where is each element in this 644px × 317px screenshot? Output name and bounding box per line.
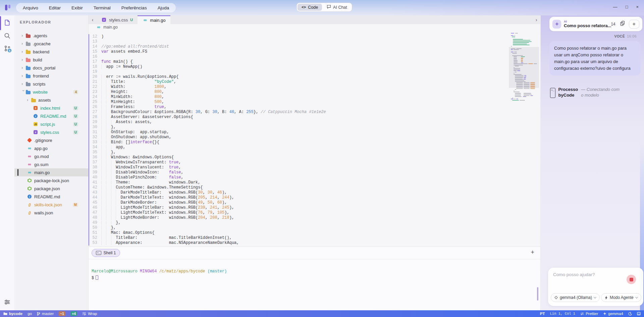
explorer-item-readme.md[interactable]: iREADME.mdU	[14, 112, 88, 120]
code-line[interactable]: 36 Windows: &windows.Options{	[89, 155, 540, 160]
explorer-icon[interactable]	[4, 19, 11, 26]
code-line[interactable]: 28 AssetServer: &assetserver.Options{	[89, 115, 540, 120]
explorer-item-app.go[interactable]: ∞app.go	[14, 144, 88, 152]
explorer-item-index.html[interactable]: 5index.htmlU	[14, 104, 88, 112]
close-button[interactable]: ×	[636, 4, 639, 10]
code-line[interactable]: 45 DarkModeBorder: windows.RGB(49, 50, 6…	[89, 200, 540, 205]
code-editor[interactable]: 12)1314//go:embed all:frontend/dist15var…	[89, 30, 540, 247]
code-line[interactable]: 12)	[89, 34, 540, 39]
tab-main-go[interactable]: ∞main.go	[138, 15, 170, 24]
explorer-item-main.go[interactable]: ∞main.go	[14, 168, 88, 176]
stop-generation-button[interactable]	[627, 275, 636, 284]
status-badge[interactable]: +4	[70, 311, 77, 316]
chat-input-card[interactable]: Como posso ajudar? gemma4 (Ollama) Modo …	[548, 268, 643, 306]
code-line[interactable]: 18 app := NewApp()	[89, 64, 540, 69]
explorer-item-.gocache[interactable]: ›.gocache	[14, 40, 88, 48]
status-item-moon[interactable]	[628, 312, 632, 316]
status-item-bycode[interactable]: bycode	[3, 312, 22, 316]
tab-styles-css[interactable]: #styles.cssU	[97, 15, 138, 24]
code-line[interactable]: 23 Height: 800,	[89, 90, 540, 95]
code-line[interactable]: 43 DarkModeTitleBar: windows.RGB(30, 30,…	[89, 190, 540, 195]
code-line[interactable]: 37 WebviewIsTransparent: true,	[89, 160, 540, 165]
code-line[interactable]: 30 },	[89, 125, 540, 130]
code-line[interactable]: 46 LightModeTitleBar: windows.RGB(239, 2…	[89, 205, 540, 210]
code-line[interactable]: 50 },	[89, 225, 540, 230]
settings-sliders-icon[interactable]	[4, 299, 11, 306]
status-item-lin-1-col-1[interactable]: Lin 1, Col 1	[550, 312, 576, 316]
code-line[interactable]: 21 Title: "byCode",	[89, 80, 540, 85]
explorer-item-website[interactable]: ›website4	[14, 88, 88, 96]
menu-item-arquivo[interactable]: Arquivo	[23, 5, 38, 10]
terminal-tab-shell1[interactable]: >_ Shell 1	[92, 249, 120, 257]
new-terminal-button[interactable]: +	[531, 249, 534, 256]
code-line[interactable]: 34 app,	[89, 145, 540, 150]
code-line[interactable]: 27 BackgroundColour: &options.RGBA{R: 30…	[89, 110, 540, 115]
menu-item-preferências[interactable]: Preferências	[121, 5, 147, 10]
code-line[interactable]: 44 DarkModeTitleText: windows.RGB(205, 2…	[89, 195, 540, 200]
code-line[interactable]: 33 Bind: []interface{}{	[89, 140, 540, 145]
minimap[interactable]	[510, 33, 538, 102]
copy-icon[interactable]	[620, 21, 625, 27]
menu-item-terminal[interactable]: Terminal	[94, 5, 111, 10]
terminal-scrollbar[interactable]	[537, 287, 538, 301]
status-item-pt[interactable]: PT	[540, 312, 545, 316]
status-item-panel[interactable]	[637, 312, 641, 315]
explorer-item-go.mod[interactable]: ∞go.mod	[14, 152, 88, 160]
explorer-item-go.sum[interactable]: ∞go.sum	[14, 160, 88, 168]
terminal-output[interactable]: Marcelo@Microssauro MINGW64 /c/matz/apps…	[89, 259, 540, 281]
code-line[interactable]: 39 DisableWindowIcon: false,	[89, 170, 540, 175]
code-line[interactable]: 26 Frameless: true,	[89, 105, 540, 110]
explorer-item-wails.json[interactable]: {}wails.json	[14, 209, 88, 217]
code-line[interactable]: 25 MinHeight: 500,	[89, 100, 540, 105]
code-line[interactable]: 53 Appearance: mac.NSAppearanceNameDarkA…	[89, 241, 540, 246]
explorer-item-backend[interactable]: ›backend	[14, 48, 88, 56]
menu-item-exibir[interactable]: Exibir	[71, 5, 83, 10]
code-line[interactable]: 17func main() {	[89, 59, 540, 64]
code-mode-button[interactable]: <> Code	[298, 4, 322, 11]
code-line[interactable]: 20 err := wails.Run(&options.App{	[89, 74, 540, 80]
explorer-item-package-lock.json[interactable]: package-lock.json	[14, 176, 88, 184]
code-line[interactable]: 22 Width: 1800,	[89, 85, 540, 90]
code-line[interactable]: 42 CustomTheme: &windows.ThemeSettings{	[89, 185, 540, 190]
minimap-viewport[interactable]	[509, 47, 539, 88]
code-line[interactable]: 41 Theme: windows.Dark,	[89, 180, 540, 185]
explorer-item-assets[interactable]: ›assets	[14, 96, 88, 104]
code-line[interactable]: 32 OnShutdown: app.shutdown,	[89, 135, 540, 140]
code-line[interactable]: 49 },	[89, 220, 540, 225]
explorer-item-readme.md[interactable]: iREADME.md	[14, 193, 88, 201]
breadcrumb[interactable]: ∞ main.go	[89, 24, 540, 30]
explorer-item-scripts[interactable]: ›scripts	[14, 80, 88, 88]
code-line[interactable]: 40 DisablePinchZoom: false,	[89, 175, 540, 180]
search-icon[interactable]	[4, 32, 11, 39]
tabs-scroll-right-icon[interactable]: ›	[532, 15, 540, 24]
code-line[interactable]: 31 OnStartup: app.startup,	[89, 130, 540, 135]
code-line[interactable]: 48 LightModeBorder: windows.RGB(204, 208…	[89, 215, 540, 220]
code-line[interactable]: 14//go:embed all:frontend/dist	[89, 44, 540, 49]
tabs-scroll-left-icon[interactable]: ‹	[89, 15, 97, 24]
status-item-wrap[interactable]: Wrap	[82, 312, 97, 316]
explorer-item-docs-portal[interactable]: ›docs_portal	[14, 64, 88, 72]
status-item-prettier[interactable]: Prettier	[580, 312, 598, 316]
explorer-item-.gitignore[interactable]: .gitignore	[14, 136, 88, 144]
explorer-item-build[interactable]: ›build	[14, 56, 88, 64]
explorer-item-.agents[interactable]: ›.agents	[14, 32, 88, 40]
code-line[interactable]: 51 Mac: &mac.Options{	[89, 230, 540, 235]
code-line[interactable]: 19	[89, 69, 540, 74]
explorer-item-script.js[interactable]: JSscript.jsU	[14, 120, 88, 128]
explorer-item-styles.css[interactable]: #styles.cssU	[14, 128, 88, 136]
status-item-gemma4[interactable]: gemma4	[603, 312, 623, 316]
explorer-item-frontend[interactable]: ›frontend	[14, 72, 88, 80]
code-line[interactable]: 52 TitleBar: mac.TitleBarHiddenInset(),	[89, 235, 540, 241]
code-line[interactable]: 38 WindowIsTranslucent: true,	[89, 165, 540, 170]
ai-chat-mode-button[interactable]: AI Chat	[323, 4, 351, 11]
status-item-go[interactable]: go	[28, 312, 32, 316]
ai-conversation-header[interactable]: AI Como posso refatora... 14 +	[549, 17, 642, 31]
agent-mode-selector[interactable]: Modo Agente	[601, 293, 641, 302]
code-line[interactable]: 15var assets embed.FS	[89, 49, 540, 54]
code-line[interactable]: 35 },	[89, 150, 540, 155]
status-item-master[interactable]: master	[37, 312, 54, 316]
new-chat-button[interactable]: +	[629, 20, 639, 29]
model-selector[interactable]: gemma4 (Ollama)	[551, 293, 600, 302]
explorer-item-package.json[interactable]: package.json	[14, 184, 88, 193]
code-line[interactable]: 47 LightModeTitleText: windows.RGB(76, 7…	[89, 210, 540, 215]
